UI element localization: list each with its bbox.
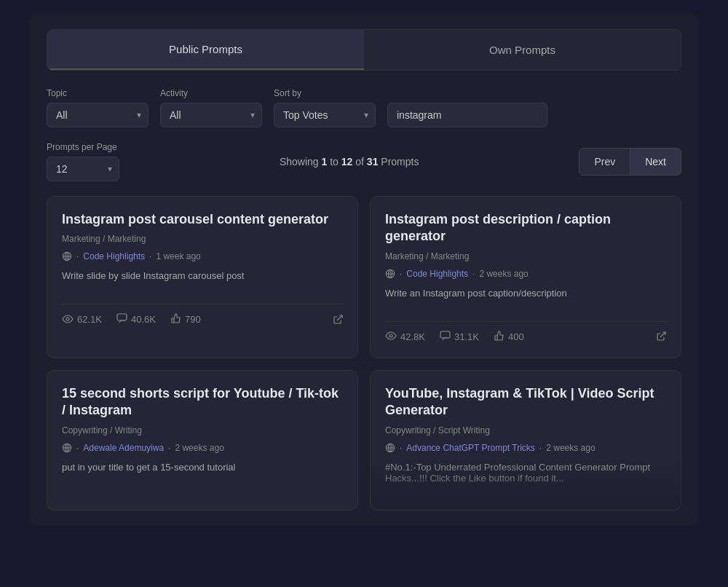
card-4-author: · Advance ChatGPT Prompt Tricks · 2 week… — [385, 443, 666, 453]
card-3-category: Copywriting / Writing — [62, 425, 343, 436]
globe-icon-3 — [62, 443, 72, 453]
svg-line-13 — [660, 332, 665, 337]
svg-rect-12 — [440, 331, 450, 338]
tab-public-prompts[interactable]: Public Prompts — [47, 30, 364, 70]
card-4-author-link[interactable]: Advance ChatGPT Prompt Tricks — [406, 443, 535, 453]
card-1-title: Instagram post carousel content generato… — [62, 211, 343, 228]
card-1-category: Marketing / Marketing — [62, 234, 343, 244]
card-1-comments-count: 40.6K — [131, 314, 156, 325]
thumb-icon-2 — [494, 331, 505, 343]
card-3-dot: · — [76, 443, 79, 453]
card-3-title: 15 second shorts script for Youtube / Ti… — [62, 385, 343, 419]
card-2-time: 2 weeks ago — [479, 269, 528, 279]
pagination-row: Prompts per Page 12 24 48 Showing 1 to 1… — [47, 142, 681, 181]
per-page-select[interactable]: 12 24 48 — [47, 157, 119, 181]
card-2-author: · Code Highlights · 2 weeks ago — [385, 269, 666, 279]
showing-suffix: Prompts — [381, 156, 419, 168]
activity-select[interactable]: All Writing Coding — [160, 103, 262, 127]
page-buttons: Prev Next — [579, 148, 681, 176]
sort-label: Sort by — [274, 88, 376, 98]
card-2-stats: 42.8K 31.1K 400 — [385, 321, 666, 343]
topic-select-wrapper: All Marketing Copywriting Development — [47, 103, 149, 127]
card-1-dot2: · — [149, 251, 151, 261]
card-4-dot2: · — [539, 443, 542, 453]
card-1-description: Write slide by slide Instagram carousel … — [62, 270, 343, 292]
topic-select[interactable]: All Marketing Copywriting Development — [47, 103, 149, 127]
card-1-views-count: 62.1K — [77, 314, 102, 325]
card-2-comments-count: 31.1K — [454, 331, 479, 342]
svg-rect-5 — [117, 314, 127, 320]
card-4-dot: · — [400, 443, 402, 453]
activity-filter-group: Activity All Writing Coding — [160, 88, 262, 127]
per-page-select-wrapper: 12 24 48 — [47, 157, 119, 181]
comment-icon — [116, 313, 127, 326]
cards-grid: Instagram post carousel content generato… — [47, 196, 681, 511]
card-1-stats: 62.1K 40.6K 790 — [62, 304, 343, 326]
card-1-comments: 40.6K — [116, 313, 156, 326]
card-4[interactable]: YouTube, Instagram & TikTok | Video Scri… — [370, 370, 681, 511]
globe-icon-4 — [385, 443, 395, 453]
card-1-author-link[interactable]: Code Highlights — [83, 251, 145, 261]
card-2-author-link[interactable]: Code Highlights — [406, 269, 468, 279]
card-1-time: 1 week ago — [156, 251, 200, 261]
card-4-description: #No.1:-Top Underrated Professional Conte… — [385, 462, 666, 484]
card-3-author-link[interactable]: Adewale Ademuyiwa — [83, 443, 164, 453]
card-2-dot2: · — [472, 269, 475, 279]
search-input[interactable] — [387, 103, 547, 127]
globe-icon — [62, 251, 72, 261]
thumb-icon — [170, 313, 181, 326]
card-2-title: Instagram post description / caption gen… — [385, 211, 666, 245]
main-container: Public Prompts Own Prompts Topic All Mar… — [29, 15, 699, 525]
sort-select[interactable]: Top Votes Newest Most Viewed — [274, 103, 376, 127]
card-1-likes: 790 — [170, 313, 201, 326]
globe-icon-2 — [385, 269, 395, 279]
card-2-views: 42.8K — [385, 331, 425, 342]
sort-select-wrapper: Top Votes Newest Most Viewed — [274, 103, 376, 127]
eye-icon — [62, 314, 74, 326]
card-2[interactable]: Instagram post description / caption gen… — [370, 196, 681, 358]
card-2-category: Marketing / Marketing — [385, 251, 666, 261]
card-3-dot2: · — [168, 443, 170, 453]
topic-label: Topic — [47, 88, 149, 98]
svg-line-6 — [337, 315, 342, 320]
card-1[interactable]: Instagram post carousel content generato… — [47, 196, 358, 358]
card-3[interactable]: 15 second shorts script for Youtube / Ti… — [47, 370, 358, 511]
card-2-link[interactable] — [656, 331, 666, 342]
showing-to: 12 — [341, 156, 353, 168]
card-4-title: YouTube, Instagram & TikTok | Video Scri… — [385, 385, 666, 419]
svg-point-4 — [66, 318, 69, 320]
card-2-likes-count: 400 — [508, 331, 524, 342]
card-1-likes-count: 790 — [185, 314, 201, 325]
card-3-time: 2 weeks ago — [175, 443, 223, 453]
eye-icon-2 — [385, 331, 397, 342]
prev-button[interactable]: Prev — [579, 149, 630, 175]
per-page-label: Prompts per Page — [47, 142, 119, 152]
comment-icon-2 — [440, 331, 451, 343]
card-2-comments: 31.1K — [440, 331, 479, 343]
card-2-likes: 400 — [494, 331, 524, 343]
activity-label: Activity — [160, 88, 262, 98]
showing-total: 31 — [367, 156, 379, 168]
svg-point-11 — [389, 334, 392, 337]
topic-filter-group: Topic All Marketing Copywriting Developm… — [47, 88, 149, 127]
next-button[interactable]: Next — [630, 149, 681, 175]
activity-select-wrapper: All Writing Coding — [160, 103, 262, 127]
card-2-dot: · — [400, 269, 402, 279]
tabs-bar: Public Prompts Own Prompts — [47, 29, 681, 71]
showing-text: Showing 1 to 12 of 31 Prompts — [131, 156, 567, 168]
tab-own-prompts[interactable]: Own Prompts — [364, 30, 681, 70]
card-4-category: Copywriting / Script Writing — [385, 425, 666, 436]
card-3-description: put in your title to get a 15-second tut… — [62, 462, 343, 484]
card-1-views: 62.1K — [62, 314, 102, 326]
card-1-dot: · — [76, 251, 79, 261]
card-3-author: · Adewale Ademuyiwa · 2 weeks ago — [62, 443, 343, 453]
card-4-time: 2 weeks ago — [546, 443, 595, 453]
card-2-views-count: 42.8K — [400, 331, 425, 342]
filters-row: Topic All Marketing Copywriting Developm… — [47, 88, 681, 127]
sort-filter-group: Sort by Top Votes Newest Most Viewed — [274, 88, 376, 127]
showing-from: 1 — [322, 156, 328, 168]
per-page-group: Prompts per Page 12 24 48 — [47, 142, 119, 181]
card-1-link[interactable] — [333, 315, 343, 325]
card-1-author: · Code Highlights · 1 week ago — [62, 251, 343, 261]
card-2-description: Write an Instagram post caption/descript… — [385, 288, 666, 310]
